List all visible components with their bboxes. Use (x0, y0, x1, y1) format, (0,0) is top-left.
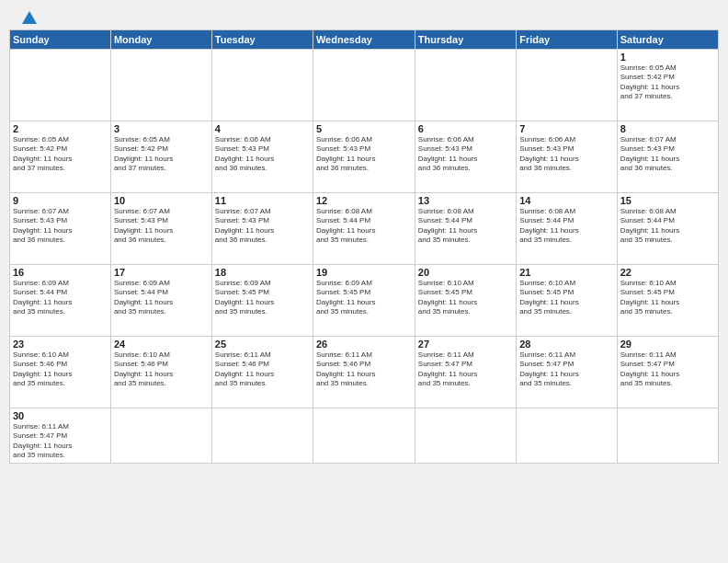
day-cell: 24Sunrise: 6:10 AM Sunset: 5:46 PM Dayli… (110, 337, 211, 408)
day-cell (313, 50, 415, 121)
day-cell (313, 408, 415, 464)
logo (13, 9, 37, 24)
logo-triangle-icon (22, 11, 37, 24)
col-header-saturday: Saturday (617, 30, 718, 50)
calendar-table: SundayMondayTuesdayWednesdayThursdayFrid… (9, 29, 719, 464)
day-info: Sunrise: 6:06 AM Sunset: 5:43 PM Dayligh… (418, 135, 513, 174)
day-number: 6 (418, 123, 513, 134)
day-cell: 30Sunrise: 6:11 AM Sunset: 5:47 PM Dayli… (10, 408, 111, 464)
day-number: 10 (114, 195, 209, 206)
col-header-sunday: Sunday (10, 30, 111, 50)
day-cell: 19Sunrise: 6:09 AM Sunset: 5:45 PM Dayli… (313, 265, 415, 337)
day-number: 14 (519, 195, 614, 206)
week-row-4: 23Sunrise: 6:10 AM Sunset: 5:46 PM Dayli… (10, 337, 719, 408)
day-info: Sunrise: 6:11 AM Sunset: 5:46 PM Dayligh… (215, 350, 310, 389)
week-row-5: 30Sunrise: 6:11 AM Sunset: 5:47 PM Dayli… (10, 408, 719, 464)
week-row-0: 1Sunrise: 6:05 AM Sunset: 5:42 PM Daylig… (10, 50, 719, 121)
day-info: Sunrise: 6:09 AM Sunset: 5:44 PM Dayligh… (114, 279, 209, 317)
day-cell: 2Sunrise: 6:05 AM Sunset: 5:42 PM Daylig… (10, 121, 111, 193)
day-number: 1 (620, 52, 715, 63)
day-info: Sunrise: 6:06 AM Sunset: 5:43 PM Dayligh… (215, 135, 310, 174)
day-number: 20 (418, 267, 513, 278)
day-cell: 1Sunrise: 6:05 AM Sunset: 5:42 PM Daylig… (617, 50, 718, 121)
col-header-thursday: Thursday (415, 30, 516, 50)
day-cell: 8Sunrise: 6:07 AM Sunset: 5:43 PM Daylig… (617, 121, 718, 193)
day-cell (211, 50, 313, 121)
day-info: Sunrise: 6:09 AM Sunset: 5:44 PM Dayligh… (13, 279, 108, 317)
day-cell: 6Sunrise: 6:06 AM Sunset: 5:43 PM Daylig… (415, 121, 516, 193)
day-cell (415, 50, 516, 121)
day-number: 11 (215, 195, 310, 206)
day-cell: 4Sunrise: 6:06 AM Sunset: 5:43 PM Daylig… (211, 121, 313, 193)
day-cell: 22Sunrise: 6:10 AM Sunset: 5:45 PM Dayli… (617, 265, 718, 337)
day-cell (415, 408, 516, 464)
day-cell (110, 408, 211, 464)
week-row-3: 16Sunrise: 6:09 AM Sunset: 5:44 PM Dayli… (10, 265, 719, 337)
col-header-tuesday: Tuesday (211, 30, 313, 50)
week-row-2: 9Sunrise: 6:07 AM Sunset: 5:43 PM Daylig… (10, 193, 719, 265)
day-number: 4 (215, 123, 310, 134)
day-number: 19 (316, 267, 412, 278)
day-cell: 7Sunrise: 6:06 AM Sunset: 5:43 PM Daylig… (517, 121, 618, 193)
day-number: 3 (114, 123, 209, 134)
day-info: Sunrise: 6:11 AM Sunset: 5:46 PM Dayligh… (316, 350, 412, 389)
day-number: 27 (418, 339, 513, 350)
day-number: 13 (418, 195, 513, 206)
day-number: 12 (316, 195, 412, 206)
logo-icon (13, 9, 37, 24)
day-number: 2 (13, 123, 108, 134)
day-info: Sunrise: 6:06 AM Sunset: 5:43 PM Dayligh… (316, 135, 412, 174)
day-number: 9 (13, 195, 108, 206)
day-info: Sunrise: 6:07 AM Sunset: 5:43 PM Dayligh… (620, 135, 715, 174)
col-header-wednesday: Wednesday (313, 30, 415, 50)
day-info: Sunrise: 6:07 AM Sunset: 5:43 PM Dayligh… (215, 207, 310, 246)
day-info: Sunrise: 6:10 AM Sunset: 5:45 PM Dayligh… (519, 279, 614, 317)
day-cell: 16Sunrise: 6:09 AM Sunset: 5:44 PM Dayli… (10, 265, 111, 337)
day-number: 21 (519, 267, 614, 278)
day-cell: 10Sunrise: 6:07 AM Sunset: 5:43 PM Dayli… (110, 193, 211, 265)
day-number: 24 (114, 339, 209, 350)
day-cell: 18Sunrise: 6:09 AM Sunset: 5:45 PM Dayli… (211, 265, 313, 337)
day-cell: 27Sunrise: 6:11 AM Sunset: 5:47 PM Dayli… (415, 337, 516, 408)
day-info: Sunrise: 6:10 AM Sunset: 5:45 PM Dayligh… (418, 279, 513, 317)
day-number: 8 (620, 123, 715, 134)
day-number: 18 (215, 267, 310, 278)
day-cell: 3Sunrise: 6:05 AM Sunset: 5:42 PM Daylig… (110, 121, 211, 193)
day-info: Sunrise: 6:11 AM Sunset: 5:47 PM Dayligh… (519, 350, 614, 389)
day-info: Sunrise: 6:11 AM Sunset: 5:47 PM Dayligh… (13, 422, 108, 461)
day-cell: 28Sunrise: 6:11 AM Sunset: 5:47 PM Dayli… (517, 337, 618, 408)
day-number: 29 (620, 339, 715, 350)
day-info: Sunrise: 6:08 AM Sunset: 5:44 PM Dayligh… (316, 207, 412, 246)
day-info: Sunrise: 6:05 AM Sunset: 5:42 PM Dayligh… (114, 135, 209, 174)
day-cell: 14Sunrise: 6:08 AM Sunset: 5:44 PM Dayli… (517, 193, 618, 265)
day-cell: 5Sunrise: 6:06 AM Sunset: 5:43 PM Daylig… (313, 121, 415, 193)
day-info: Sunrise: 6:05 AM Sunset: 5:42 PM Dayligh… (13, 135, 108, 174)
day-cell: 29Sunrise: 6:11 AM Sunset: 5:47 PM Dayli… (617, 337, 718, 408)
day-cell (517, 50, 618, 121)
day-info: Sunrise: 6:09 AM Sunset: 5:45 PM Dayligh… (215, 279, 310, 317)
day-cell: 11Sunrise: 6:07 AM Sunset: 5:43 PM Dayli… (211, 193, 313, 265)
day-info: Sunrise: 6:11 AM Sunset: 5:47 PM Dayligh… (620, 350, 715, 389)
week-row-1: 2Sunrise: 6:05 AM Sunset: 5:42 PM Daylig… (10, 121, 719, 193)
day-number: 30 (13, 410, 108, 421)
calendar-header-row: SundayMondayTuesdayWednesdayThursdayFrid… (10, 30, 719, 50)
day-number: 7 (519, 123, 614, 134)
day-cell (211, 408, 313, 464)
day-cell: 12Sunrise: 6:08 AM Sunset: 5:44 PM Dayli… (313, 193, 415, 265)
day-info: Sunrise: 6:08 AM Sunset: 5:44 PM Dayligh… (620, 207, 715, 246)
day-cell: 23Sunrise: 6:10 AM Sunset: 5:46 PM Dayli… (10, 337, 111, 408)
day-info: Sunrise: 6:10 AM Sunset: 5:46 PM Dayligh… (13, 350, 108, 389)
day-cell (617, 408, 718, 464)
day-cell: 25Sunrise: 6:11 AM Sunset: 5:46 PM Dayli… (211, 337, 313, 408)
day-number: 22 (620, 267, 715, 278)
day-number: 16 (13, 267, 108, 278)
day-cell (517, 408, 618, 464)
day-cell: 21Sunrise: 6:10 AM Sunset: 5:45 PM Dayli… (517, 265, 618, 337)
day-info: Sunrise: 6:10 AM Sunset: 5:45 PM Dayligh… (620, 279, 715, 317)
day-cell: 26Sunrise: 6:11 AM Sunset: 5:46 PM Dayli… (313, 337, 415, 408)
day-info: Sunrise: 6:08 AM Sunset: 5:44 PM Dayligh… (519, 207, 614, 246)
day-info: Sunrise: 6:11 AM Sunset: 5:47 PM Dayligh… (418, 350, 513, 389)
day-info: Sunrise: 6:06 AM Sunset: 5:43 PM Dayligh… (519, 135, 614, 174)
day-info: Sunrise: 6:07 AM Sunset: 5:43 PM Dayligh… (13, 207, 108, 246)
day-info: Sunrise: 6:07 AM Sunset: 5:43 PM Dayligh… (114, 207, 209, 246)
